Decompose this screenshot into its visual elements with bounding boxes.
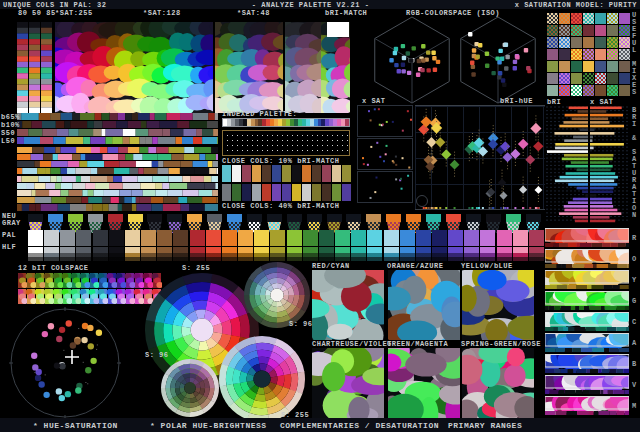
useful-mix-cell[interactable] [559,49,570,60]
useful-mix-cell[interactable] [583,13,594,24]
close-col-swatch[interactable] [232,165,241,182]
pal-row-swatch[interactable] [109,230,124,246]
pal-row-swatch[interactable] [206,230,221,246]
pal-row-swatch[interactable] [432,230,447,246]
useful-mix-cell[interactable] [559,13,570,24]
close-col-swatch[interactable] [242,165,251,182]
pal-row-swatch[interactable] [60,230,75,246]
useful-mix-cell[interactable] [607,61,618,72]
useful-mix-cell[interactable] [583,25,594,36]
useful-mix-cell[interactable] [595,13,606,24]
close-col-swatch[interactable] [332,165,341,182]
useful-mix-cell[interactable] [619,37,630,48]
pal-row-swatch[interactable] [416,230,431,246]
useful-mix-cell[interactable] [559,61,570,72]
useful-mix-cell[interactable] [571,49,582,60]
useful-mix-cell[interactable] [619,61,630,72]
close-col-swatch[interactable] [342,165,351,182]
useful-mix-cell[interactable] [547,73,558,84]
pal-row-swatch[interactable] [303,230,318,246]
close-col-swatch[interactable] [272,184,281,201]
close-col-swatch[interactable] [222,165,231,182]
close-col-swatch[interactable] [282,184,291,201]
pal-row-swatch[interactable] [93,230,108,246]
close-col-swatch[interactable] [292,184,301,201]
useful-mix-cell[interactable] [547,13,558,24]
close-col-swatch[interactable] [312,165,321,182]
close-col-swatch[interactable] [302,165,311,182]
useful-mix-cell[interactable] [571,61,582,72]
useful-mix-cell[interactable] [583,61,594,72]
pal-row-swatch[interactable] [464,230,479,246]
close-col-swatch[interactable] [242,184,251,201]
useful-mix-cell[interactable] [559,25,570,36]
useful-mix-cell[interactable] [571,73,582,84]
useful-mix-cell[interactable] [547,85,558,96]
useful-mix-cell[interactable] [559,37,570,48]
useful-mix-cell[interactable] [607,25,618,36]
close-col-swatch[interactable] [282,165,291,182]
pal-row-swatch[interactable] [319,230,334,246]
useful-mix-cell[interactable] [547,49,558,60]
pal-row-swatch[interactable] [44,230,59,246]
useful-mix-cell[interactable] [595,37,606,48]
pal-row-swatch[interactable] [400,230,415,246]
useful-mix-cell[interactable] [619,13,630,24]
pal-row-swatch[interactable] [254,230,269,246]
useful-mix-cell[interactable] [595,25,606,36]
useful-mix-cell[interactable] [559,73,570,84]
useful-mix-cell[interactable] [571,85,582,96]
pal-row-swatch[interactable] [238,230,253,246]
useful-mix-cell[interactable] [547,37,558,48]
close-col-swatch[interactable] [292,165,301,182]
pal-row-swatch[interactable] [497,230,512,246]
pal-row-swatch[interactable] [351,230,366,246]
useful-mix-cell[interactable] [547,25,558,36]
pal-row-swatch[interactable] [141,230,156,246]
useful-mix-cell[interactable] [619,25,630,36]
useful-mix-cell[interactable] [547,61,558,72]
useful-mix-cell[interactable] [583,49,594,60]
useful-mix-cell[interactable] [583,73,594,84]
pal-row-swatch[interactable] [384,230,399,246]
useful-mix-cell[interactable] [571,13,582,24]
close-col-swatch[interactable] [262,184,271,201]
useful-mix-cell[interactable] [607,73,618,84]
pal-row-swatch[interactable] [125,230,140,246]
close-col-swatch[interactable] [232,184,241,201]
useful-mix-cell[interactable] [619,73,630,84]
pal-row-swatch[interactable] [76,230,91,246]
useful-mix-cell[interactable] [571,25,582,36]
pal-row-swatch[interactable] [335,230,350,246]
close-col-swatch[interactable] [252,165,261,182]
useful-mix-cell[interactable] [595,49,606,60]
useful-mix-cell[interactable] [595,61,606,72]
pal-row-swatch[interactable] [173,230,188,246]
useful-mix-cell[interactable] [583,37,594,48]
close-col-swatch[interactable] [272,165,281,182]
close-col-swatch[interactable] [252,184,261,201]
pal-row-swatch[interactable] [270,230,285,246]
pal-row-swatch[interactable] [222,230,237,246]
useful-mix-cell[interactable] [607,49,618,60]
useful-mix-cell[interactable] [595,73,606,84]
close-col-swatch[interactable] [322,184,331,201]
close-col-swatch[interactable] [312,184,321,201]
close-col-swatch[interactable] [302,184,311,201]
pal-row-swatch[interactable] [190,230,205,246]
useful-mix-cell[interactable] [619,85,630,96]
pal-row-swatch[interactable] [448,230,463,246]
useful-mix-cell[interactable] [583,85,594,96]
useful-mix-cell[interactable] [571,37,582,48]
useful-mix-cell[interactable] [595,85,606,96]
pal-row-swatch[interactable] [480,230,495,246]
close-col-swatch[interactable] [262,165,271,182]
close-col-swatch[interactable] [222,184,231,201]
pal-row-swatch[interactable] [157,230,172,246]
pal-row-swatch[interactable] [513,230,528,246]
useful-mix-cell[interactable] [607,37,618,48]
useful-mix-cell[interactable] [607,85,618,96]
close-col-swatch[interactable] [332,184,341,201]
useful-mix-cell[interactable] [607,13,618,24]
pal-row-swatch[interactable] [367,230,382,246]
